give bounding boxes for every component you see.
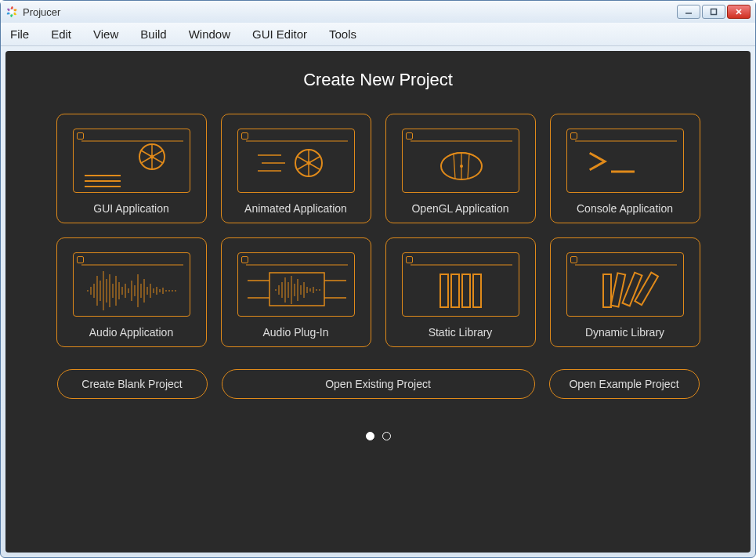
card-gui-application[interactable]: GUI Application	[56, 114, 207, 223]
static-library-icon	[403, 252, 519, 317]
menubar: File Edit View Build Window GUI Editor T…	[1, 23, 755, 46]
svg-point-28	[460, 165, 463, 168]
page-dot-1[interactable]	[366, 432, 374, 440]
close-button[interactable]	[727, 5, 751, 19]
card-label: Dynamic Library	[585, 326, 664, 339]
open-existing-project-button[interactable]: Open Existing Project	[222, 369, 535, 399]
svg-rect-2	[711, 9, 717, 15]
content-area: Create New Project	[5, 51, 751, 553]
page-title: Create New Project	[303, 70, 453, 90]
svg-point-22	[306, 161, 310, 165]
card-animated-application[interactable]: Animated Application	[221, 114, 371, 223]
app-icon	[5, 5, 18, 18]
card-console-application[interactable]: Console Application	[550, 114, 700, 223]
svg-rect-84	[451, 274, 459, 307]
audio-application-icon	[74, 252, 190, 317]
card-label: OpenGL Application	[411, 202, 508, 215]
animated-application-icon	[238, 129, 354, 193]
button-label: Open Existing Project	[325, 378, 431, 390]
card-frame	[402, 129, 519, 193]
maximize-icon	[710, 8, 718, 16]
close-icon	[735, 8, 743, 16]
svg-rect-86	[473, 274, 481, 307]
action-row: Create Blank Project Open Existing Proje…	[57, 369, 700, 399]
create-blank-project-button[interactable]: Create Blank Project	[57, 369, 208, 399]
gui-application-icon	[74, 129, 190, 193]
card-frame	[237, 252, 355, 317]
button-label: Open Example Project	[569, 378, 678, 390]
card-frame	[73, 129, 190, 193]
card-label: Console Application	[577, 202, 673, 215]
page-dot-2[interactable]	[382, 432, 391, 440]
card-label: Audio Application	[89, 326, 173, 339]
menu-tools[interactable]: Tools	[329, 27, 356, 41]
svg-rect-91	[635, 273, 658, 305]
console-application-icon	[567, 129, 683, 193]
svg-rect-85	[462, 274, 470, 307]
card-static-library[interactable]: Static Library	[385, 237, 536, 347]
card-label: Animated Application	[244, 202, 347, 215]
card-dynamic-library[interactable]: Dynamic Library	[550, 237, 700, 347]
svg-line-26	[468, 154, 469, 179]
card-frame	[73, 252, 190, 317]
audio-plugin-icon	[238, 252, 354, 317]
opengl-application-icon	[403, 129, 519, 193]
svg-line-25	[454, 154, 455, 179]
svg-rect-88	[603, 274, 611, 307]
maximize-button[interactable]	[702, 5, 725, 19]
page-indicator	[366, 432, 391, 440]
card-audio-plugin[interactable]: Audio Plug-In	[221, 237, 371, 347]
card-frame	[237, 129, 355, 193]
menu-edit[interactable]: Edit	[51, 27, 71, 41]
window-title: Projucer	[23, 6, 677, 18]
svg-point-10	[150, 155, 154, 159]
svg-point-0	[10, 10, 14, 14]
card-label: GUI Application	[93, 202, 169, 215]
card-opengl-application[interactable]: OpenGL Application	[385, 114, 536, 223]
minimize-button[interactable]	[677, 5, 700, 19]
menu-view[interactable]: View	[93, 27, 118, 41]
menu-gui-editor[interactable]: GUI Editor	[252, 27, 307, 41]
card-frame	[566, 252, 684, 317]
menu-window[interactable]: Window	[189, 27, 230, 41]
menu-build[interactable]: Build	[140, 27, 166, 41]
titlebar: Projucer	[1, 1, 755, 23]
card-label: Audio Plug-In	[262, 326, 328, 339]
app-window: Projucer File Edit View Build Window GUI…	[0, 0, 756, 558]
minimize-icon	[685, 8, 693, 16]
card-frame	[402, 252, 519, 317]
menu-file[interactable]: File	[10, 27, 29, 41]
dynamic-library-icon	[567, 252, 683, 317]
window-controls	[677, 5, 751, 19]
card-frame	[566, 129, 684, 193]
template-grid: GUI Application	[56, 114, 700, 347]
open-example-project-button[interactable]: Open Example Project	[549, 369, 700, 399]
card-audio-application[interactable]: Audio Application	[56, 237, 207, 347]
card-label: Static Library	[429, 326, 493, 339]
button-label: Create Blank Project	[81, 378, 182, 390]
svg-rect-83	[440, 274, 448, 307]
